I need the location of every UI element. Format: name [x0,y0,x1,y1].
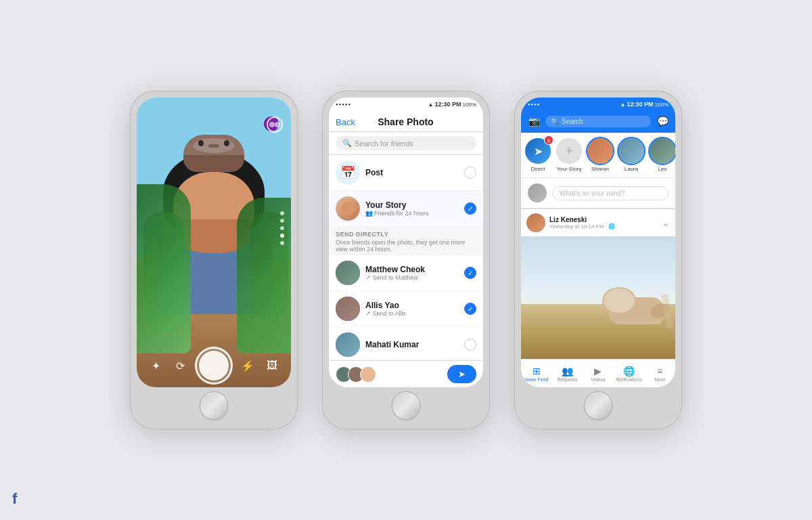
post-header: Liz Keneski Yesterday at 10:14 PM · 🌐 ⌄ [521,209,675,236]
search-icon-fb: 🔍 [551,118,559,125]
whats-on-mind-bar[interactable]: What's on your mind? [521,178,675,209]
share-photo-title: Share Photo [378,116,433,127]
back-button[interactable]: Back [336,117,355,127]
fb-bottom-nav: ⊞ News Feed 👥 Requests ▶ Videos 🌐 Notifi… [521,359,675,387]
nav-videos[interactable]: ▶ Videos [583,366,614,382]
home-button-2[interactable] [392,391,420,420]
story-leo[interactable]: Leo [650,138,675,172]
nav-requests[interactable]: 👥 Requests [552,366,583,382]
camera-icon-fb[interactable]: 📷 [526,114,541,129]
search-placeholder-2: Search for friends [355,139,413,148]
story-direct[interactable]: ➤ 2 Direct [525,138,551,172]
story-yours[interactable]: + Your Story [556,138,582,172]
mahati-avatar [336,332,360,357]
post-item-name: Post [365,168,459,177]
direct-avatar: ➤ 2 [525,138,551,164]
post-time: Yesterday at 10:14 PM · 🌐 [549,223,658,230]
allis-text: Allis Yao ↗ Send to Allis [365,301,459,317]
story-sharon[interactable]: Sharon [587,138,613,172]
your-story-icon [336,196,360,221]
time-3: 12:30 PM [627,101,654,108]
mode-indicators [280,211,284,245]
effects-button[interactable]: ✦ [146,356,165,375]
post-card: Liz Keneski Yesterday at 10:14 PM · 🌐 ⌄ [521,209,675,359]
fb-search-bar[interactable]: 🔍 Search [545,116,651,127]
my-avatar [528,183,547,202]
camera-screen: ✦ ⟳ ⚡ 🖼 [137,98,291,387]
contact-matthew[interactable]: Matthew Cheok ↗ Send to Matthew ✓ [329,255,483,291]
matthew-text: Matthew Cheok ↗ Send to Matthew [365,265,459,281]
selected-avatars [336,366,372,383]
matthew-checkbox[interactable]: ✓ [464,267,476,279]
phone-newsfeed: ●●●● ▲ 12:30 PM 100% 📷 🔍 Search 💬 [514,91,682,429]
story-item-text: Your Story 👥 Friends for 24 hours [365,200,459,217]
newsfeed-label: News Feed [524,377,548,382]
home-button-3[interactable] [584,391,612,420]
matthew-sub: ↗ Send to Matthew [365,274,459,281]
facebook-logo: f [12,490,17,508]
direct-label: Direct [531,166,545,172]
camera-timer[interactable] [267,116,283,133]
sloth-filter [183,135,244,172]
nav-notifications[interactable]: 🌐 Notifications [614,366,645,382]
allis-avatar [336,297,360,321]
flip-button[interactable]: ⟳ [171,356,189,375]
laura-avatar [618,138,644,164]
allis-sub: ↗ Send to Allis [365,310,459,317]
post-item-text: Post [365,168,459,177]
post-options-chevron[interactable]: ⌄ [662,217,670,228]
contact-mahati[interactable]: Mahati Kumar [329,327,483,360]
wifi-icon-2: ▲ [428,102,434,108]
stories-row: ➤ 2 Direct + Your Story [521,133,675,178]
friend-search-input[interactable]: 🔍 Search for friends [336,136,476,150]
your-story-avatar: + [556,138,582,164]
nav-more[interactable]: ≡ More [644,366,675,382]
phone-share: ●●●●● ▲ 12:30 PM 100% Back Share Photo 🔍… [322,91,490,429]
share-post-item[interactable]: 📅 Post [329,155,483,191]
newsfeed-screen: ●●●● ▲ 12:30 PM 100% 📷 🔍 Search 💬 [521,98,675,387]
wifi-icon-3: ▲ [621,102,626,108]
friend-search-bar: 🔍 Search for friends [329,132,483,155]
matthew-name: Matthew Cheok [365,265,459,274]
battery-3: 100% [655,102,669,108]
time-2: 12:30 PM [435,101,461,108]
newsfeed-icon: ⊞ [533,366,541,376]
leo-label: Leo [658,166,667,172]
notifications-label: Notifications [616,377,642,382]
camera-toolbar: ✦ ⟳ ⚡ 🖼 [137,344,291,387]
share-header: Back Share Photo [329,111,483,132]
notifications-icon: 🌐 [623,366,635,376]
home-button-1[interactable] [200,391,228,420]
phone-camera: ✦ ⟳ ⚡ 🖼 [130,91,298,429]
post-checkbox[interactable] [464,167,476,179]
story-laura[interactable]: Laura [618,138,644,172]
send-directly-label: SEND DIRECTLY [329,227,483,239]
lightning-button[interactable]: ⚡ [238,356,257,375]
fb-header: 📷 🔍 Search 💬 [521,111,675,133]
fb-status-bar: ●●●● ▲ 12:30 PM 100% [521,98,675,111]
gallery-button[interactable]: 🖼 [263,356,281,375]
signal-dots-3: ●●●● [528,102,541,106]
contact-allis[interactable]: Allis Yao ↗ Send to Allis ✓ [329,291,483,327]
laura-label: Laura [625,166,638,172]
your-story-item[interactable]: Your Story 👥 Friends for 24 hours ✓ [329,191,483,227]
nav-newsfeed[interactable]: ⊞ News Feed [521,366,552,382]
allis-name: Allis Yao [365,301,459,310]
story-checkbox[interactable]: ✓ [464,202,476,215]
send-button[interactable]: ➤ [447,365,476,383]
post-author-info: Liz Keneski Yesterday at 10:14 PM · 🌐 [549,216,658,230]
videos-label: Videos [591,377,605,382]
scene: f [0,0,812,520]
story-item-sub: 👥 Friends for 24 hours [365,210,459,217]
dog-body [602,287,663,324]
search-icon-2: 🔍 [342,139,352,148]
signal-dots: ●●●●● [336,102,351,106]
allis-checkbox[interactable]: ✓ [464,303,476,315]
mahati-text: Mahati Kumar [365,340,459,349]
mahati-checkbox[interactable] [464,339,476,351]
shutter-button[interactable] [195,347,233,385]
send-directly-sub: Once friends open the photo, they get on… [329,239,483,255]
messenger-icon[interactable]: 💬 [655,114,670,129]
mind-input-mock[interactable]: What's on your mind? [552,186,669,200]
leo-avatar [650,138,675,164]
